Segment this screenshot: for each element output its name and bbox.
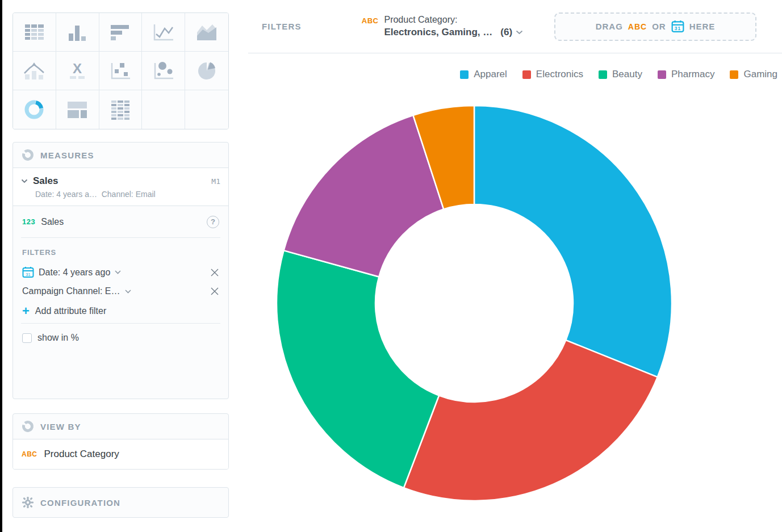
vis-picker-empty-cell xyxy=(142,90,185,129)
measures-panel-header: MEASURES xyxy=(13,143,228,168)
filter-drop-zone[interactable]: DRAG ABC OR 31 HERE xyxy=(554,12,756,41)
legend-item-beauty[interactable]: Beauty xyxy=(599,69,642,80)
close-icon xyxy=(210,268,219,277)
add-attribute-filter-label: Add attribute filter xyxy=(35,306,106,316)
measure-filters-heading: FILTERS xyxy=(13,238,228,262)
dropzone-or-label: OR xyxy=(652,22,666,31)
show-in-percent-checkbox[interactable] xyxy=(22,333,32,343)
vis-type-column-button[interactable] xyxy=(56,13,99,52)
filters-bar: FILTERS ABC Product Category: Electronic… xyxy=(248,0,782,53)
vis-type-line-button[interactable] xyxy=(142,13,185,52)
legend-swatch xyxy=(599,70,607,79)
vis-type-area-button[interactable] xyxy=(185,13,228,52)
configuration-panel-header[interactable]: CONFIGURATION xyxy=(13,488,228,517)
help-icon[interactable]: ? xyxy=(207,216,219,228)
legend-label: Beauty xyxy=(612,69,642,80)
scatter-plot-icon xyxy=(108,61,132,81)
measure-definition-row[interactable]: 123 Sales ? xyxy=(13,206,228,237)
filter-chip-count: (6) xyxy=(500,27,512,38)
column-chart-icon xyxy=(65,22,89,43)
chart-legend: ApparelElectronicsBeautyPharmacyGaming xyxy=(460,69,777,80)
svg-text:31: 31 xyxy=(674,26,680,31)
vis-type-pie-button[interactable] xyxy=(185,52,228,90)
vis-picker-empty-cell xyxy=(185,90,228,129)
legend-label: Electronics xyxy=(536,69,583,80)
close-icon xyxy=(210,287,219,296)
viewby-panel-header: VIEW BY xyxy=(13,414,228,439)
legend-label: Pharmacy xyxy=(671,69,715,80)
donut-bucket-icon xyxy=(22,420,34,433)
donut-bucket-icon xyxy=(22,149,34,161)
vis-type-donut-button-selected[interactable] xyxy=(13,90,56,129)
date-filter-row[interactable]: 31 Date: 4 years ago xyxy=(13,262,228,282)
donut-slice-pharmacy[interactable] xyxy=(284,115,444,277)
filter-chip-attribute: Product Category: xyxy=(384,15,523,25)
table-chart-icon xyxy=(22,22,46,43)
svg-text:31: 31 xyxy=(26,272,30,277)
vis-type-headline-button[interactable]: X xyxy=(56,52,99,90)
vis-type-bubble-button[interactable] xyxy=(142,52,185,90)
legend-item-pharmacy[interactable]: Pharmacy xyxy=(658,69,715,80)
vis-type-treemap-button[interactable] xyxy=(56,90,99,129)
viewby-item-label: Product Category xyxy=(44,449,119,460)
chevron-down-icon[interactable] xyxy=(21,179,28,183)
legend-swatch xyxy=(522,70,531,79)
legend-item-electronics[interactable]: Electronics xyxy=(522,69,583,80)
donut-slice-beauty[interactable] xyxy=(277,250,439,488)
combo-chart-icon xyxy=(22,61,46,81)
treemap-icon xyxy=(65,99,89,120)
legend-swatch xyxy=(658,70,666,79)
gear-icon xyxy=(22,496,34,509)
viewby-panel: VIEW BY ABC Product Category xyxy=(12,413,229,470)
legend-item-apparel[interactable]: Apparel xyxy=(460,69,507,80)
line-chart-icon xyxy=(152,22,175,43)
vis-type-heatmap-button[interactable] xyxy=(99,90,143,129)
attribute-abc-icon: ABC xyxy=(628,22,647,31)
attribute-filter-label: Campaign Channel: E… xyxy=(22,286,120,296)
measure-subtitle: Date: 4 years a… Channel: Email xyxy=(35,190,220,199)
numeric-fact-icon: 123 xyxy=(22,217,35,226)
attribute-abc-icon: ABC xyxy=(22,450,37,458)
donut-slice-apparel[interactable] xyxy=(474,106,672,377)
vis-type-table-button[interactable] xyxy=(13,13,56,52)
dropzone-here-label: HERE xyxy=(689,22,716,31)
chevron-down-icon xyxy=(516,30,523,35)
legend-swatch xyxy=(730,70,738,79)
attribute-filter-row[interactable]: Campaign Channel: E… xyxy=(13,282,228,300)
measure-fact-label: Sales xyxy=(41,217,64,227)
measures-panel: MEASURES Sales M1 Date: 4 years a… Chann… xyxy=(12,142,229,399)
dropzone-drag-label: DRAG xyxy=(596,22,623,31)
heatmap-icon xyxy=(108,99,132,120)
donut-slice-electronics[interactable] xyxy=(404,340,658,501)
donut-chart xyxy=(275,104,674,502)
filters-bar-label: FILTERS xyxy=(262,22,302,31)
measures-panel-title: MEASURES xyxy=(40,150,94,160)
legend-item-gaming[interactable]: Gaming xyxy=(730,69,777,80)
legend-swatch xyxy=(460,70,469,79)
donut-chart-icon xyxy=(22,98,46,121)
configuration-panel[interactable]: CONFIGURATION xyxy=(12,487,229,518)
product-category-filter-chip[interactable]: ABC Product Category: Electronics, Gamin… xyxy=(362,15,523,38)
measure-title: Sales xyxy=(33,175,58,187)
window-left-edge xyxy=(0,0,2,532)
chevron-down-icon xyxy=(115,270,121,274)
calendar-icon: 31 xyxy=(671,20,684,33)
viewby-item-product-category[interactable]: ABC Product Category xyxy=(13,439,228,469)
pie-chart-icon xyxy=(195,61,219,81)
show-in-percent-row[interactable]: show in % xyxy=(13,324,228,353)
remove-date-filter-button[interactable] xyxy=(210,268,219,277)
remove-attribute-filter-button[interactable] xyxy=(210,287,219,296)
vis-type-bar-button[interactable] xyxy=(99,13,143,52)
headline-icon: X xyxy=(65,61,89,81)
bar-chart-icon xyxy=(108,22,132,43)
plus-icon: + xyxy=(22,306,30,316)
add-attribute-filter-button[interactable]: + Add attribute filter xyxy=(13,300,228,323)
legend-label: Gaming xyxy=(743,69,777,80)
filter-chip-values: Electronics, Gaming, … xyxy=(384,27,492,38)
configuration-panel-title: CONFIGURATION xyxy=(40,498,120,508)
visualization-type-picker: X xyxy=(12,12,229,129)
vis-type-combo-button[interactable] xyxy=(13,52,56,90)
measure-bucket-item-sales[interactable]: Sales M1 Date: 4 years a… Channel: Email xyxy=(13,168,228,206)
chevron-down-icon xyxy=(125,290,131,294)
vis-type-scatter-button[interactable] xyxy=(99,52,143,90)
